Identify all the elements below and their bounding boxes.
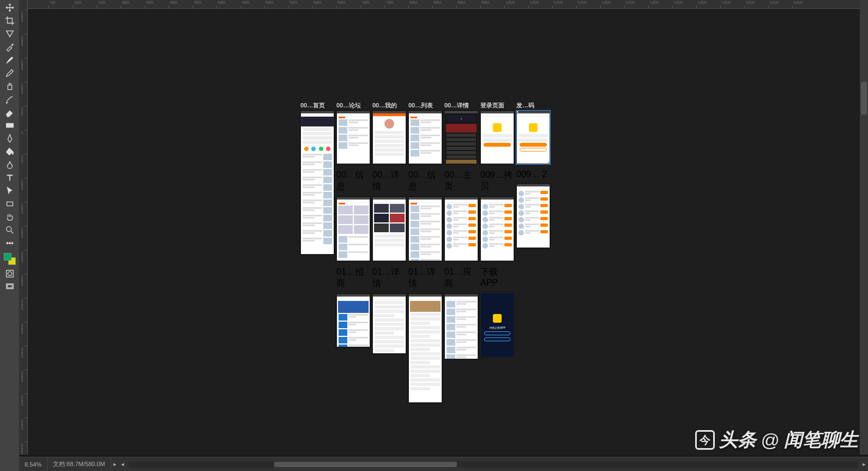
- clone-tool-icon[interactable]: [3, 80, 16, 93]
- artboard[interactable]: [336, 197, 370, 261]
- ruler-v-tick: 500: [20, 155, 24, 163]
- watermark-author: 闻笔聊生: [784, 427, 858, 452]
- hscroll-right-icon[interactable]: ▸: [860, 457, 868, 471]
- doc-info-chevron-icon[interactable]: ▸: [111, 457, 119, 471]
- svg-rect-0: [6, 123, 13, 127]
- screenmode-icon[interactable]: [3, 280, 16, 293]
- hscroll-left-icon[interactable]: ◂: [119, 457, 126, 471]
- artboard[interactable]: [336, 294, 370, 347]
- ruler-v-tick: 4500: [20, 347, 24, 358]
- scrollbar-thumb[interactable]: [861, 82, 867, 114]
- ruler-h-tick: 5000: [266, 1, 273, 4]
- ruler-h-tick: 12000: [601, 1, 611, 4]
- scrollbar-vertical[interactable]: [860, 0, 868, 455]
- hand-tool-icon[interactable]: [3, 210, 16, 224]
- smudge-tool-icon[interactable]: [3, 158, 16, 171]
- watermark: 今 头条 @ 闻笔聊生: [695, 427, 858, 452]
- pen-tool-icon[interactable]: [3, 132, 16, 145]
- artboard[interactable]: ■: [444, 111, 478, 164]
- paint-bucket-icon[interactable]: [3, 145, 16, 158]
- lasso-tool-icon[interactable]: [3, 27, 16, 40]
- color-swatch[interactable]: [4, 253, 16, 265]
- ruler-h-tick: 1500: [98, 1, 105, 4]
- ruler-v-tick: 2500: [20, 35, 24, 46]
- artboard-sublabel[interactable]: 01…详情: [408, 267, 442, 289]
- zoom-level[interactable]: 8.54%: [19, 457, 47, 471]
- canvas-area[interactable]: 00…首页00…论坛00…信息01…招商00…我的00…详情01…详情00…列表…: [28, 9, 860, 455]
- artboard-label[interactable]: 登录页面: [480, 101, 514, 110]
- artboard-label[interactable]: 00…详情: [444, 101, 478, 110]
- ruler-h-tick: 11000: [553, 1, 563, 4]
- artboard-sublabel[interactable]: 01…详情: [372, 267, 406, 289]
- ruler-v-tick: 6500: [20, 443, 24, 454]
- rectangle-tool-icon[interactable]: [3, 197, 16, 210]
- svg-point-5: [11, 243, 13, 244]
- ruler-h-tick: 12500: [625, 1, 635, 4]
- type-tool-icon[interactable]: [3, 171, 16, 184]
- pencil-tool-icon[interactable]: [3, 67, 16, 80]
- artboard[interactable]: [480, 111, 514, 164]
- artboard[interactable]: [444, 294, 478, 359]
- artboard-label[interactable]: 00…论坛: [336, 101, 370, 110]
- artboard-sublabel[interactable]: 009…拷贝: [480, 170, 514, 192]
- eraser-tool-icon[interactable]: [3, 106, 16, 119]
- artboard[interactable]: [372, 197, 406, 261]
- ruler-v-tick: 2000: [20, 227, 24, 238]
- ruler-v-tick: 5500: [20, 395, 24, 406]
- ruler-v-tick: 1500: [20, 59, 24, 70]
- ruler-h-tick: 9000: [457, 1, 465, 4]
- ruler-h-tick: 4000: [218, 1, 225, 4]
- artboard-label[interactable]: 发…码: [516, 101, 550, 110]
- more-tools-icon[interactable]: [3, 237, 16, 250]
- ruler-h-tick: 16000: [793, 1, 803, 4]
- artboard-label[interactable]: 00…首页: [300, 101, 334, 110]
- artboard[interactable]: 冲压之家APP: [480, 292, 514, 358]
- artboard[interactable]: [372, 111, 406, 164]
- ruler-h-tick: 3500: [194, 1, 201, 4]
- artboard-sublabel[interactable]: 00…详情: [372, 170, 406, 192]
- gradient-tool-icon[interactable]: [3, 119, 16, 132]
- artboard-sublabel[interactable]: 01…应商: [444, 267, 478, 289]
- ruler-h-tick: 15500: [769, 1, 779, 4]
- ruler-v-tick: 1500: [20, 203, 24, 214]
- crop-tool-icon[interactable]: [3, 14, 16, 27]
- artboard-label[interactable]: 00…我的: [372, 101, 406, 110]
- artboard-sublabel[interactable]: 01…招商: [336, 267, 370, 289]
- path-select-icon[interactable]: [3, 184, 16, 197]
- brush-tool-icon[interactable]: [3, 53, 16, 67]
- move-tool-icon[interactable]: [3, 1, 16, 14]
- history-brush-icon[interactable]: [3, 93, 16, 106]
- artboard[interactable]: [372, 294, 406, 354]
- artboard[interactable]: [408, 111, 442, 164]
- hscroll-thumb[interactable]: [274, 462, 457, 467]
- artboard-sublabel[interactable]: 00…主页: [444, 170, 478, 192]
- artboard-sublabel[interactable]: 00…信息: [336, 170, 370, 192]
- quickmask-icon[interactable]: [3, 267, 16, 280]
- zoom-tool-icon[interactable]: [3, 224, 16, 237]
- ruler-h-tick: 14000: [697, 1, 707, 4]
- ruler-h-tick: 2000: [122, 1, 129, 4]
- artboard[interactable]: [480, 197, 514, 261]
- ruler-v-tick: 3500: [20, 299, 24, 310]
- artboard-sublabel[interactable]: 009… 2: [516, 170, 550, 179]
- eyedropper-tool-icon[interactable]: [3, 40, 16, 53]
- ruler-h-tick: 2500: [146, 1, 153, 4]
- ruler-vertical[interactable]: 2000250015001000500050010001500200025003…: [19, 0, 28, 455]
- artboard[interactable]: [336, 111, 370, 164]
- artboard[interactable]: [444, 197, 478, 261]
- scrollbar-horizontal[interactable]: [129, 461, 858, 468]
- artboard[interactable]: [300, 111, 334, 255]
- artboard-sublabel[interactable]: 下载APP: [480, 267, 514, 288]
- ruler-v-tick: 2500: [20, 251, 24, 262]
- svg-point-7: [8, 271, 11, 275]
- artboard[interactable]: [408, 197, 442, 261]
- ruler-v-tick: 3000: [20, 275, 24, 286]
- artboard-sublabel[interactable]: 00…信息: [408, 170, 442, 192]
- artboard[interactable]: [516, 184, 550, 248]
- ruler-horizontal[interactable]: 0500100015002000250030003500400045005000…: [19, 0, 860, 9]
- artboard[interactable]: [516, 111, 550, 164]
- artboard-label[interactable]: 00…列表: [408, 101, 442, 110]
- ruler-v-tick: 0: [20, 131, 24, 134]
- ruler-h-tick: 6500: [337, 1, 345, 4]
- artboard[interactable]: [408, 294, 442, 403]
